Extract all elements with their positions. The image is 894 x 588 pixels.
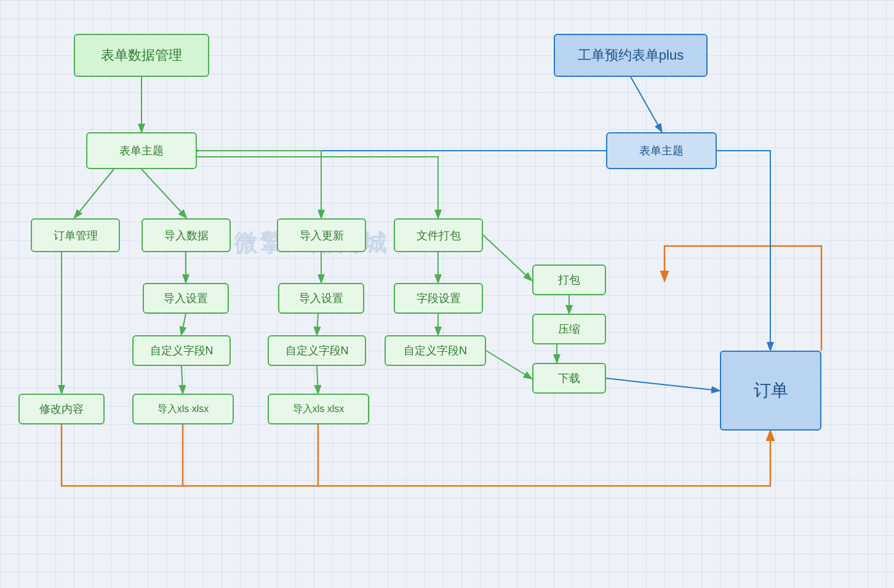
svg-line-6 xyxy=(182,314,186,334)
svg-line-13 xyxy=(483,235,531,280)
node-daorushezhi-1: 导入设置 xyxy=(143,283,229,314)
node-dingdanguanli: 订单管理 xyxy=(31,218,120,252)
label-biaodanzhuti-left: 表单主题 xyxy=(119,143,164,158)
node-biaodanzhuti-left: 表单主题 xyxy=(86,132,197,169)
node-biaodanshujuguanli: 表单数据管理 xyxy=(74,34,209,77)
node-dabao: 打包 xyxy=(532,264,606,295)
label-daoruxls-1: 导入xls xlsx xyxy=(158,403,209,416)
node-daorushuju: 导入数据 xyxy=(142,218,231,252)
label-daorushezhi-2: 导入设置 xyxy=(299,291,343,306)
node-daorushezhi-2: 导入设置 xyxy=(278,283,364,314)
label-dingdanguanli: 订单管理 xyxy=(54,228,98,243)
label-biaodanshujuguanli: 表单数据管理 xyxy=(101,46,182,65)
node-xiugaineirong: 修改内容 xyxy=(18,394,105,424)
label-zidingyi-3: 自定义字段N xyxy=(404,343,467,358)
node-zidangshezhi: 字段设置 xyxy=(394,283,483,314)
node-zidingyi-2: 自定义字段N xyxy=(268,335,366,366)
label-gongjudanyuyue: 工单预约表单plus xyxy=(578,46,684,65)
node-zidingyi-1: 自定义字段N xyxy=(132,335,231,366)
node-zidingyi-3: 自定义字段N xyxy=(385,335,486,366)
svg-line-7 xyxy=(182,366,183,392)
label-zidingyi-2: 自定义字段N xyxy=(285,343,349,358)
label-yasuo: 压缩 xyxy=(558,322,580,336)
node-biaodanzhuti-right: 表单主题 xyxy=(606,132,717,169)
canvas: 微擎应用商城 xyxy=(0,0,894,588)
label-zidangshezhi: 字段设置 xyxy=(417,291,461,306)
label-zidingyi-1: 自定义字段N xyxy=(150,343,214,358)
label-biaodanzhuti-right: 表单主题 xyxy=(639,143,684,158)
node-yasuo: 压缩 xyxy=(532,314,606,344)
node-daoruxls-1: 导入xls xlsx xyxy=(132,394,234,424)
label-xiazai: 下载 xyxy=(558,371,580,386)
label-dingdan: 订单 xyxy=(754,379,788,402)
svg-line-14 xyxy=(486,351,531,378)
node-dingdan: 订单 xyxy=(720,351,821,431)
label-xiugaineirong: 修改内容 xyxy=(39,402,84,416)
label-daorugengxin: 导入更新 xyxy=(300,228,344,243)
node-daorugengxin: 导入更新 xyxy=(277,218,366,252)
node-wenjiandabao: 文件打包 xyxy=(394,218,483,252)
label-dabao: 打包 xyxy=(558,272,580,287)
svg-line-3 xyxy=(75,169,114,217)
svg-line-10 xyxy=(317,366,318,392)
node-xiazai: 下载 xyxy=(532,363,606,394)
label-daorushezhi-1: 导入设置 xyxy=(164,291,208,306)
svg-line-4 xyxy=(142,169,186,217)
node-gongjudanyuyue: 工单预约表单plus xyxy=(554,34,708,77)
svg-line-9 xyxy=(317,314,318,334)
label-daoruxls-2: 导入xls xlsx xyxy=(293,403,345,416)
label-wenjiandabao: 文件打包 xyxy=(417,228,461,243)
svg-line-1 xyxy=(631,77,661,131)
label-daorushuju: 导入数据 xyxy=(164,228,209,243)
node-daoruxls-2: 导入xls xlsx xyxy=(268,394,369,424)
